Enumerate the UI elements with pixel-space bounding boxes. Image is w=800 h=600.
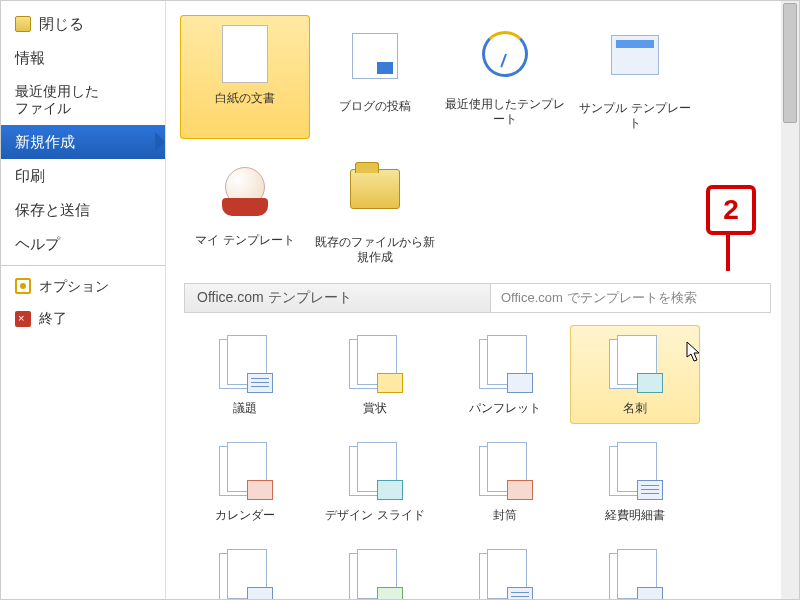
tile-label: 議題 [184, 401, 306, 416]
calendar-icon [215, 442, 275, 502]
brochure-icon [475, 335, 535, 395]
design-slides-icon [345, 442, 405, 502]
gift-certificate-icon [605, 549, 665, 599]
tile-recent-templates[interactable]: 最近使用したテンプレート [440, 15, 570, 139]
tile-form[interactable]: フォーム [440, 539, 570, 599]
sample-templates-icon [605, 35, 665, 95]
sidebar-item-print[interactable]: 印刷 [1, 159, 165, 193]
sidebar-item-label: ヘルプ [15, 235, 60, 253]
tile-brochure[interactable]: パンフレット [440, 325, 570, 424]
sidebar-item-label: 保存と送信 [15, 201, 90, 219]
search-placeholder: Office.com でテンプレートを検索 [501, 289, 697, 307]
sidebar-item-close[interactable]: 閉じる [1, 7, 165, 41]
sidebar-item-label: 最近使用した ファイル [15, 83, 99, 117]
tile-label: 賞状 [314, 401, 436, 416]
business-card-icon [605, 335, 665, 395]
tile-from-existing[interactable]: 既存のファイルから新規作成 [310, 147, 440, 273]
tile-my-templates[interactable]: マイ テンプレート [180, 147, 310, 273]
office-templates-header: Office.com テンプレート Office.com でテンプレートを検索 [184, 283, 771, 313]
template-group-office-2: カレンダー デザイン スライド 封筒 経費明細書 [176, 428, 799, 535]
from-existing-icon [345, 169, 405, 229]
recent-templates-icon [475, 31, 535, 91]
mouse-cursor-icon [686, 341, 702, 363]
sidebar-item-label: オプション [39, 278, 109, 295]
tile-fax[interactable]: FAX [180, 539, 310, 599]
sidebar-item-recent[interactable]: 最近使用した ファイル [1, 75, 165, 125]
tile-agenda[interactable]: 議題 [180, 325, 310, 424]
tile-label: 既存のファイルから新規作成 [314, 235, 436, 265]
template-group-office-3: FAX チラシ フォーム 商品券 [176, 535, 799, 599]
tile-label: カレンダー [184, 508, 306, 523]
template-search-input[interactable]: Office.com でテンプレートを検索 [490, 284, 770, 312]
annotation-callout: 2 [706, 185, 756, 235]
exit-icon [15, 311, 31, 327]
tile-business-card[interactable]: 名刺 [570, 325, 700, 424]
folder-icon [15, 16, 31, 32]
options-icon [15, 278, 31, 294]
tile-certificate[interactable]: 賞状 [310, 325, 440, 424]
tile-label: 経費明細書 [574, 508, 696, 523]
tile-label: デザイン スライド [314, 508, 436, 523]
sidebar-item-options[interactable]: オプション [1, 265, 165, 303]
sidebar-item-save-send[interactable]: 保存と送信 [1, 193, 165, 227]
tile-label: ブログの投稿 [314, 99, 436, 114]
sidebar-item-label: 新規作成 [15, 133, 75, 151]
scroll-thumb[interactable] [783, 3, 797, 123]
agenda-icon [215, 335, 275, 395]
sidebar-item-label: 印刷 [15, 167, 45, 185]
vertical-scrollbar[interactable] [781, 1, 799, 599]
my-templates-icon [215, 167, 275, 227]
expense-report-icon [605, 442, 665, 502]
tile-gift-certificate[interactable]: 商品券 [570, 539, 700, 599]
form-icon [475, 549, 535, 599]
tile-blank-document[interactable]: 白紙の文書 [180, 15, 310, 139]
envelope-icon [475, 442, 535, 502]
flyer-icon [345, 549, 405, 599]
template-group-office-1: 議題 賞状 パンフレット 名刺 [176, 321, 799, 428]
tile-label: パンフレット [444, 401, 566, 416]
sidebar-item-label: 情報 [15, 49, 45, 67]
certificate-icon [345, 335, 405, 395]
tile-label: 最近使用したテンプレート [444, 97, 566, 127]
callout-connector [726, 231, 730, 271]
blog-post-icon [345, 33, 405, 93]
tile-blog-post[interactable]: ブログの投稿 [310, 15, 440, 139]
template-group-available: 白紙の文書 ブログの投稿 最近使用したテンプレート サンプル テンプレート [176, 11, 799, 143]
tile-calendar[interactable]: カレンダー [180, 432, 310, 531]
callout-number: 2 [723, 194, 739, 226]
tile-label: マイ テンプレート [184, 233, 306, 248]
sidebar-item-info[interactable]: 情報 [1, 41, 165, 75]
tile-expense-report[interactable]: 経費明細書 [570, 432, 700, 531]
section-title: Office.com テンプレート [185, 289, 490, 307]
tile-design-slides[interactable]: デザイン スライド [310, 432, 440, 531]
template-gallery: 白紙の文書 ブログの投稿 最近使用したテンプレート サンプル テンプレート マイ… [166, 1, 799, 599]
sidebar-item-new[interactable]: 新規作成 [1, 125, 165, 159]
tile-label: サンプル テンプレート [574, 101, 696, 131]
sidebar-item-label: 閉じる [39, 15, 84, 33]
tile-envelope[interactable]: 封筒 [440, 432, 570, 531]
sidebar: 閉じる 情報 最近使用した ファイル 新規作成 印刷 保存と送信 ヘルプ オプシ… [1, 1, 166, 599]
file-new-backstage: 閉じる 情報 最近使用した ファイル 新規作成 印刷 保存と送信 ヘルプ オプシ… [0, 0, 800, 600]
tile-label: 白紙の文書 [184, 91, 306, 106]
tile-sample-templates[interactable]: サンプル テンプレート [570, 15, 700, 139]
sidebar-item-exit[interactable]: 終了 [1, 302, 165, 335]
blank-doc-icon [215, 25, 275, 85]
tile-label: 封筒 [444, 508, 566, 523]
tile-flyer[interactable]: チラシ [310, 539, 440, 599]
sidebar-item-label: 終了 [39, 310, 67, 327]
fax-icon [215, 549, 275, 599]
tile-label: 名刺 [574, 401, 696, 416]
sidebar-item-help[interactable]: ヘルプ [1, 227, 165, 261]
